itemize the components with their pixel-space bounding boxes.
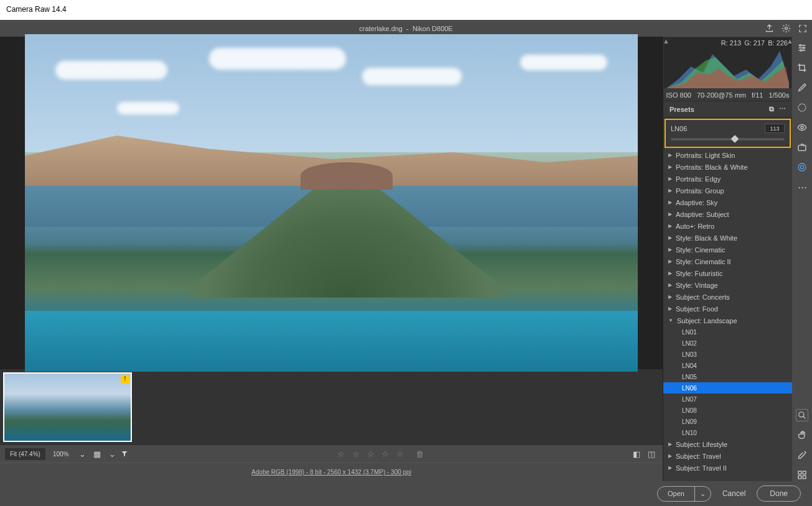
preset-list: ▶Portraits: Light Skin▶Portraits: Black … xyxy=(663,149,792,481)
right-panel: ▲ ▲ R: 213 G: 217 B: 226 ISO 80070-200@7… xyxy=(663,37,792,481)
svg-point-2 xyxy=(803,47,805,49)
svg-point-7 xyxy=(798,163,806,171)
done-button[interactable]: Done xyxy=(757,485,801,502)
slider-thumb[interactable] xyxy=(731,135,739,143)
preset-item[interactable]: LN02 xyxy=(663,338,792,349)
crop-icon[interactable] xyxy=(796,62,808,74)
amount-value[interactable]: 113 xyxy=(765,124,785,133)
preset-group[interactable]: ▶Subject: Food xyxy=(663,303,792,315)
mask-icon[interactable] xyxy=(796,101,808,114)
preset-group-label: Portraits: Black & White xyxy=(676,163,748,171)
preset-group[interactable]: ▶Subject: Concerts xyxy=(663,291,792,303)
preset-group[interactable]: ▶Style: Cinematic II xyxy=(663,255,792,267)
triangle-right-icon: ▶ xyxy=(668,259,672,264)
preset-item[interactable]: LN01 xyxy=(663,326,792,338)
preset-group[interactable]: ▶Style: Vintage xyxy=(663,279,792,291)
open-button[interactable]: Open⌄ xyxy=(657,486,711,502)
triangle-right-icon: ▶ xyxy=(668,164,672,170)
svg-rect-11 xyxy=(803,471,806,474)
preset-item[interactable]: LN09 xyxy=(663,416,792,427)
presets-icon[interactable] xyxy=(796,161,808,173)
healing-icon[interactable] xyxy=(796,81,808,94)
filmstrip: ! xyxy=(0,369,663,445)
svg-point-3 xyxy=(800,50,802,52)
thumbnail[interactable]: ! xyxy=(3,372,132,442)
preset-group[interactable]: ▶Adaptive: Sky xyxy=(663,196,792,208)
preset-group[interactable]: ▶Style: Black & White xyxy=(663,232,792,244)
fullscreen-icon[interactable] xyxy=(798,24,807,33)
preset-group[interactable]: ▶Portraits: Edgy xyxy=(663,173,792,185)
preset-group-label: Style: Black & White xyxy=(676,234,737,242)
triangle-right-icon: ▶ xyxy=(668,294,672,300)
preset-group[interactable]: ▶Subject: Lifestyle xyxy=(663,438,792,450)
exif-bar: ISO 80070-200@75 mmf/111/500s xyxy=(663,89,792,101)
edit-sliders-icon[interactable] xyxy=(796,42,808,54)
preset-group[interactable]: ▶Subject: Travel II xyxy=(663,462,792,474)
svg-point-1 xyxy=(800,45,801,47)
panel-title: Presets xyxy=(670,106,694,113)
gear-icon[interactable] xyxy=(782,24,791,33)
histogram[interactable]: ▲ ▲ R: 213 G: 217 B: 226 xyxy=(664,37,791,88)
preset-group[interactable]: ▶Portraits: Black & White xyxy=(663,161,792,173)
svg-rect-13 xyxy=(803,476,806,479)
panel-menu-icon[interactable]: ⋯ xyxy=(779,105,786,113)
svg-point-0 xyxy=(785,27,788,30)
rating-stars[interactable]: ☆ ☆ ☆ ☆ ☆ 🗑 xyxy=(337,449,426,459)
svg-point-9 xyxy=(799,412,804,417)
header-title: craterlake.dng - Nikon D800E xyxy=(359,25,452,32)
panel-expand-icon[interactable]: ⧉ xyxy=(769,105,774,113)
preset-group[interactable]: ▶Style: Cinematic xyxy=(663,244,792,255)
triangle-right-icon: ▶ xyxy=(668,453,672,459)
amount-label: LN06 xyxy=(671,125,687,132)
triangle-right-icon: ▶ xyxy=(668,441,672,447)
preset-group-label: Subject: Concerts xyxy=(676,293,730,301)
workflow-info[interactable]: Adobe RGB (1998) - 8 bit - 2560 x 1432 (… xyxy=(0,462,663,481)
export-icon[interactable] xyxy=(765,24,774,33)
preset-group[interactable]: ▶Subject: Travel xyxy=(663,450,792,462)
preset-item[interactable]: LN03 xyxy=(663,349,792,360)
preset-group[interactable]: ▶Style: Futuristic xyxy=(663,267,792,279)
cancel-button[interactable]: Cancel xyxy=(722,489,745,498)
preset-group-label: Subject: Food xyxy=(676,305,718,313)
zoom-100[interactable]: 100% xyxy=(48,448,74,460)
main-photo xyxy=(25,34,638,372)
preset-group-label: Style: Futuristic xyxy=(676,270,722,277)
warning-badge: ! xyxy=(121,375,129,384)
sampler-icon[interactable] xyxy=(796,449,808,461)
chevron-down-icon[interactable]: ⌄ xyxy=(695,487,711,501)
svg-point-4 xyxy=(798,104,806,111)
filter-icon[interactable] xyxy=(121,450,133,458)
redeye-icon[interactable] xyxy=(796,121,808,134)
chevron-down-icon[interactable]: ⌄ xyxy=(106,449,118,459)
preset-item[interactable]: LN05 xyxy=(663,371,792,382)
panel-header: Presets ⧉ ⋯ xyxy=(663,101,792,117)
image-canvas[interactable] xyxy=(0,37,663,369)
triangle-down-icon: ▼ xyxy=(668,318,673,323)
preset-group-label: Subject: Lifestyle xyxy=(676,441,727,448)
preset-item[interactable]: LN04 xyxy=(663,360,792,371)
compare-single-icon[interactable]: ◧ xyxy=(630,449,643,459)
preset-group[interactable]: ▶Adaptive: Subject xyxy=(663,208,792,220)
more-icon[interactable]: ⋯ xyxy=(796,181,808,193)
zoom-tool-icon[interactable] xyxy=(796,409,808,421)
grid-view-icon[interactable] xyxy=(796,469,808,481)
snapshot-add-icon[interactable]: + xyxy=(796,141,808,154)
preset-group[interactable]: ▶Portraits: Light Skin xyxy=(663,149,792,161)
svg-rect-12 xyxy=(798,476,801,479)
preset-group[interactable]: ▼Subject: Landscape xyxy=(663,315,792,326)
preset-group[interactable]: ▶Auto+: Retro xyxy=(663,220,792,232)
preset-group-label: Style: Cinematic xyxy=(676,246,725,254)
preset-item[interactable]: LN07 xyxy=(663,393,792,405)
svg-point-5 xyxy=(801,126,803,129)
zoom-fit[interactable]: Fit (47.4%) xyxy=(5,448,45,460)
preset-item[interactable]: LN06 xyxy=(663,382,792,393)
grid-icon[interactable]: ▦ xyxy=(91,449,103,459)
preset-item[interactable]: LN08 xyxy=(663,405,792,416)
compare-split-icon[interactable]: ◫ xyxy=(645,449,658,459)
amount-slider[interactable] xyxy=(671,138,785,140)
preset-group[interactable]: ▶Portraits: Group xyxy=(663,185,792,196)
hand-tool-icon[interactable] xyxy=(796,429,808,441)
preset-item[interactable]: LN10 xyxy=(663,427,792,438)
shadow-clip-icon[interactable]: ▲ xyxy=(663,37,669,44)
chevron-down-icon[interactable]: ⌄ xyxy=(76,449,88,459)
